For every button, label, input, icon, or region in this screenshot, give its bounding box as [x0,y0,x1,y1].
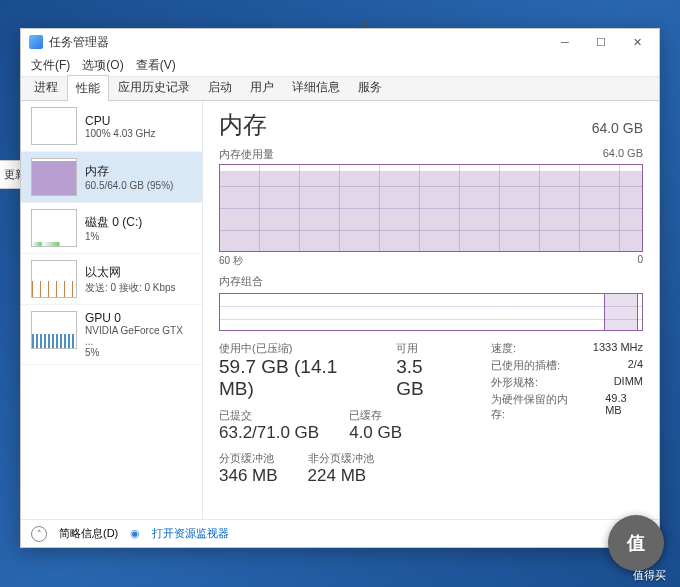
menu-file[interactable]: 文件(F) [27,55,74,76]
nonpaged-pool-label: 非分页缓冲池 [308,451,374,466]
form-factor-label: 外形规格: [491,375,538,390]
in-use-label: 使用中(已压缩) [219,341,366,356]
composition-label: 内存组合 [219,274,263,289]
sidebar-sub: 100% 4.03 GHz [85,128,192,139]
sidebar-label: GPU 0 [85,311,192,325]
sidebar-label: 内存 [85,163,192,180]
open-resource-monitor-link[interactable]: 打开资源监视器 [152,526,229,541]
form-factor-value: DIMM [614,375,643,390]
sidebar-item-memory[interactable]: 内存 60.5/64.0 GB (95%) [21,152,202,203]
speed-label: 速度: [491,341,516,356]
memory-stats: 使用中(已压缩) 59.7 GB (14.1 MB) 可用 3.5 GB 已提交… [219,341,643,486]
sidebar-item-ethernet[interactable]: 以太网 发送: 0 接收: 0 Kbps [21,254,202,305]
hardware-reserved-value: 49.3 MB [605,392,643,422]
memory-thumbnail [31,158,77,196]
sidebar-item-gpu[interactable]: GPU 0 NVIDIA GeForce GTX ... 5% [21,305,202,365]
disk-thumbnail [31,209,77,247]
close-button[interactable]: ✕ [619,29,655,55]
tab-details[interactable]: 详细信息 [283,74,349,100]
memory-total: 64.0 GB [592,120,643,136]
tab-app-history[interactable]: 应用历史记录 [109,74,199,100]
sidebar-label: 磁盘 0 (C:) [85,214,192,231]
available-value: 3.5 GB [396,356,451,400]
cached-value: 4.0 GB [349,423,402,443]
content-area: CPU 100% 4.03 GHz 内存 60.5/64.0 GB (95%) … [21,101,659,519]
in-use-value: 59.7 GB (14.1 MB) [219,356,366,400]
ethernet-thumbnail [31,260,77,298]
cpu-thumbnail [31,107,77,145]
committed-value: 63.2/71.0 GB [219,423,319,443]
main-panel: 内存 64.0 GB 内存使用量 64.0 GB 60 秒 0 内存组合 使用中… [203,101,659,519]
memory-usage-graph[interactable] [219,164,643,252]
sidebar-sub2: 5% [85,347,192,358]
axis-right: 0 [637,254,643,268]
sidebar-label: 以太网 [85,264,192,281]
sidebar-item-cpu[interactable]: CPU 100% 4.03 GHz [21,101,202,152]
task-manager-window: 任务管理器 ─ ☐ ✕ 文件(F) 选项(O) 查看(V) 进程 性能 应用历史… [20,28,660,548]
slots-label: 已使用的插槽: [491,358,560,373]
minimize-button[interactable]: ─ [547,29,583,55]
nonpaged-pool-value: 224 MB [308,466,374,486]
tab-processes[interactable]: 进程 [25,74,67,100]
tab-users[interactable]: 用户 [241,74,283,100]
detail-title: 内存 [219,109,267,141]
menu-view[interactable]: 查看(V) [132,55,180,76]
slots-value: 2/4 [628,358,643,373]
sidebar-label: CPU [85,114,192,128]
speed-value: 1333 MHz [593,341,643,356]
fewer-details-button[interactable]: 简略信息(D) [59,526,118,541]
sidebar-sub: 发送: 0 接收: 0 Kbps [85,281,192,295]
sidebar-item-disk[interactable]: 磁盘 0 (C:) 1% [21,203,202,254]
maximize-button[interactable]: ☐ [583,29,619,55]
resmon-icon: ◉ [130,527,140,540]
paged-pool-value: 346 MB [219,466,278,486]
menu-options[interactable]: 选项(O) [78,55,127,76]
window-title: 任务管理器 [49,34,109,51]
tab-services[interactable]: 服务 [349,74,391,100]
paged-pool-label: 分页缓冲池 [219,451,278,466]
gpu-thumbnail [31,311,77,349]
app-icon [29,35,43,49]
performance-sidebar: CPU 100% 4.03 GHz 内存 60.5/64.0 GB (95%) … [21,101,203,519]
available-label: 可用 [396,341,451,356]
hardware-reserved-label: 为硬件保留的内存: [491,392,575,422]
usage-graph-max: 64.0 GB [603,147,643,162]
memory-composition-graph[interactable] [219,293,643,331]
tab-startup[interactable]: 启动 [199,74,241,100]
committed-label: 已提交 [219,408,319,423]
sidebar-sub: NVIDIA GeForce GTX ... [85,325,192,347]
axis-left: 60 秒 [219,254,243,268]
chevron-up-icon[interactable]: ˄ [31,526,47,542]
usage-graph-label: 内存使用量 [219,147,274,162]
footer-bar: ˄ 简略信息(D) ◉ 打开资源监视器 [21,519,659,547]
sidebar-sub: 1% [85,231,192,242]
smzdm-logo-icon: 值 [608,515,664,571]
sidebar-sub: 60.5/64.0 GB (95%) [85,180,192,191]
cached-label: 已缓存 [349,408,402,423]
tab-performance[interactable]: 性能 [67,75,109,101]
tabbar: 进程 性能 应用历史记录 启动 用户 详细信息 服务 [21,77,659,101]
titlebar[interactable]: 任务管理器 ─ ☐ ✕ [21,29,659,55]
watermark-text: 值得买 [633,568,666,583]
